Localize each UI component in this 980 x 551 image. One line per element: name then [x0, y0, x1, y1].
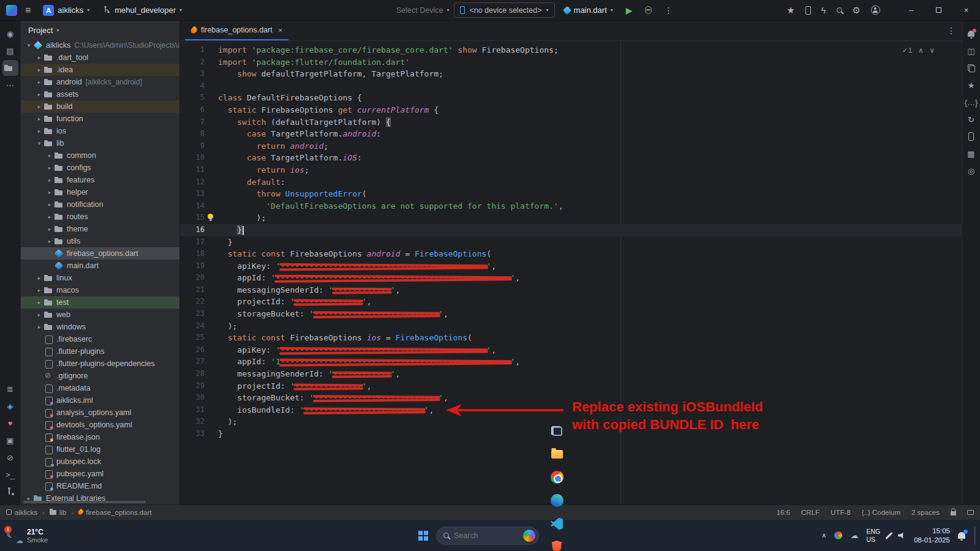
project-widget[interactable]: A aiklicks ▾	[39, 2, 94, 18]
tray-app-icon[interactable]	[834, 531, 842, 539]
tree-item-aiklicks-iml[interactable]: aiklicks.iml	[21, 394, 179, 407]
code-editor[interactable]: 1import 'package:firebase_core/firebase_…	[180, 41, 962, 504]
tree-item-common[interactable]: ▸common	[21, 149, 179, 162]
inspection-tool-button[interactable]: ◎	[963, 163, 979, 179]
notifications-bell-icon[interactable]	[958, 532, 965, 539]
chevron-collapsed-icon[interactable]: ▸	[45, 189, 54, 195]
code-line-19[interactable]: 19 apiKey: '••••••••••••••••••••••••••••…	[180, 260, 962, 272]
code-line-15[interactable]: 15 );	[180, 212, 962, 224]
tree-item-android[interactable]: ▸android[aiklicks_android]	[21, 76, 179, 88]
code-line-31[interactable]: 31 iosBundleId: '•••••••••••••••••••••••…	[180, 404, 962, 416]
chevron-collapsed-icon[interactable]: ▸	[45, 177, 54, 183]
breadcrumb-module[interactable]: aiklicks	[6, 509, 37, 516]
build-tool-button[interactable]: ▣	[2, 432, 18, 448]
tree-item-firebaserc[interactable]: .firebaserc	[21, 333, 179, 345]
tree-item-devtools-options-yaml[interactable]: devtools_options.yaml	[21, 419, 179, 431]
chevron-collapsed-icon[interactable]: ▸	[45, 152, 54, 159]
debug-button[interactable]	[645, 6, 652, 14]
chevron-collapsed-icon[interactable]: ▸	[35, 79, 43, 85]
tree-item-readme-md[interactable]: README.md	[21, 480, 179, 492]
code-line-11[interactable]: 11 return ios;	[180, 164, 962, 176]
tree-item-lib[interactable]: ▾lib	[21, 137, 179, 149]
chevron-collapsed-icon[interactable]: ▸	[35, 91, 43, 97]
chevron-collapsed-icon[interactable]: ▸	[35, 287, 43, 293]
device-dropdown[interactable]: <no device selected> ▾	[454, 2, 554, 18]
code-line-30[interactable]: 30 storageBucket: '•••••••••••••••••••••…	[180, 392, 962, 404]
tree-item-firebase-options-dart[interactable]: firebase_options.dart	[21, 247, 179, 260]
chevron-collapsed-icon[interactable]: ▸	[35, 54, 43, 61]
chevron-collapsed-icon[interactable]: ▸	[45, 214, 54, 220]
tree-item-analysis-options-yaml[interactable]: analysis_options.yaml	[21, 407, 179, 419]
chevron-expanded-icon[interactable]: ▾	[24, 42, 33, 48]
indent-widget[interactable]: 2 spaces	[911, 509, 940, 516]
commit-tool-button[interactable]: ◉	[2, 26, 18, 42]
bookmarks-tool-button[interactable]: ≣	[2, 381, 18, 397]
tree-item-ios[interactable]: ▸ios	[21, 125, 179, 137]
minimize-button[interactable]: –	[897, 0, 925, 21]
brave-taskbar-button[interactable]	[546, 536, 568, 551]
file-explorer-taskbar-button[interactable]	[546, 443, 568, 466]
horizontal-scrollbar[interactable]	[23, 501, 146, 503]
code-line-18[interactable]: 18 static const FirebaseOptions android …	[180, 248, 962, 260]
tree-item-dart-tool[interactable]: ▸.dart_tool	[21, 51, 179, 64]
code-line-8[interactable]: 8 case TargetPlatform.android:	[180, 128, 962, 140]
show-desktop-button[interactable]	[974, 527, 976, 545]
tree-item-flutter-01-log[interactable]: flutter_01.log	[21, 443, 179, 455]
device-selector[interactable]: Select Device ▾	[396, 6, 449, 15]
version-control-tool-button[interactable]	[2, 484, 18, 500]
flutter-inspector-tool-button[interactable]: ◈	[2, 398, 18, 414]
ai-assistant-tool-button[interactable]: ★	[963, 77, 979, 93]
copilot-icon[interactable]	[523, 530, 535, 542]
start-button[interactable]	[412, 525, 433, 546]
code-line-13[interactable]: 13 throw UnsupportedError(	[180, 188, 962, 200]
tree-item-assets[interactable]: ▸assets	[21, 88, 179, 100]
chevron-collapsed-icon[interactable]: ▸	[45, 165, 54, 171]
chevron-collapsed-icon[interactable]: ▸	[35, 116, 43, 122]
profiler-icon[interactable]: ϟ	[821, 6, 826, 15]
braces-tool-button[interactable]: {…}	[963, 94, 979, 110]
language-indicator[interactable]: ENG US	[866, 528, 880, 542]
code-line-24[interactable]: 24 );	[180, 320, 962, 332]
code-line-25[interactable]: 25 static const FirebaseOptions ios = Fi…	[180, 332, 962, 344]
weather-widget[interactable]: ☾☁ 1 21°C Smoke	[6, 528, 48, 544]
account-avatar-icon[interactable]	[871, 6, 880, 15]
tree-item-routes[interactable]: ▸routes	[21, 211, 179, 223]
layout-tool-button[interactable]: ◫	[963, 43, 979, 59]
breadcrumb-folder[interactable]: lib	[50, 509, 67, 516]
run-configuration-selector[interactable]: main.dart ▾	[560, 3, 617, 17]
tree-item-windows[interactable]: ▸windows	[21, 321, 179, 333]
code-line-12[interactable]: 12 default:	[180, 176, 962, 189]
tree-item-idea[interactable]: ▸.idea	[21, 64, 179, 76]
chevron-collapsed-icon[interactable]: ▸	[35, 324, 43, 330]
editor-options-icon[interactable]: ⋮	[947, 26, 956, 36]
tree-item-web[interactable]: ▸web	[21, 309, 179, 321]
editor-tab[interactable]: firebase_options.dart ×	[185, 21, 288, 40]
tree-item-pubspec-lock[interactable]: pubspec.lock	[21, 455, 179, 468]
chevron-collapsed-icon[interactable]: ▸	[45, 238, 54, 244]
tree-item-flutter-plugins[interactable]: .flutter-plugins	[21, 345, 179, 358]
notifications-tool-button[interactable]	[963, 26, 979, 42]
code-line-10[interactable]: 10 case TargetPlatform.iOS:	[180, 152, 962, 164]
device-manager-icon[interactable]	[805, 6, 811, 15]
settings-gear-icon[interactable]: ⚙	[853, 6, 861, 15]
code-line-27[interactable]: 27 appId: '1••••••••••••••••••••••••••••…	[180, 356, 962, 368]
tree-item-linux[interactable]: ▸linux	[21, 272, 179, 284]
tree-item-gitignore[interactable]: .gitignore	[21, 370, 179, 382]
terminal-tool-button[interactable]: >_	[2, 467, 18, 482]
tree-item-helper[interactable]: ▸helper	[21, 186, 179, 198]
code-line-3[interactable]: 3 show defaultTargetPlatform, TargetPlat…	[180, 68, 962, 80]
gradle-tool-button[interactable]: ▦	[963, 146, 979, 162]
code-line-14[interactable]: 14 'DefaultFirebaseOptions are not suppo…	[180, 200, 962, 212]
code-line-17[interactable]: 17 }	[180, 236, 962, 249]
search-input[interactable]	[454, 531, 518, 540]
device-manager-tool-button[interactable]	[963, 129, 979, 144]
tree-item-configs[interactable]: ▸configs	[21, 162, 179, 174]
tree-item-build[interactable]: ▸build	[21, 100, 179, 113]
inspection-widget[interactable]: ✓1 ∧ ∨	[902, 46, 935, 54]
main-menu-icon[interactable]: ≡	[22, 6, 34, 15]
tree-item-test[interactable]: ▸test	[21, 296, 179, 309]
chevron-collapsed-icon[interactable]: ▸	[45, 226, 54, 232]
tree-item-function[interactable]: ▸function	[21, 113, 179, 125]
cursor-position-widget[interactable]: 16:6	[777, 509, 790, 516]
chevron-collapsed-icon[interactable]: ▸	[35, 275, 43, 281]
